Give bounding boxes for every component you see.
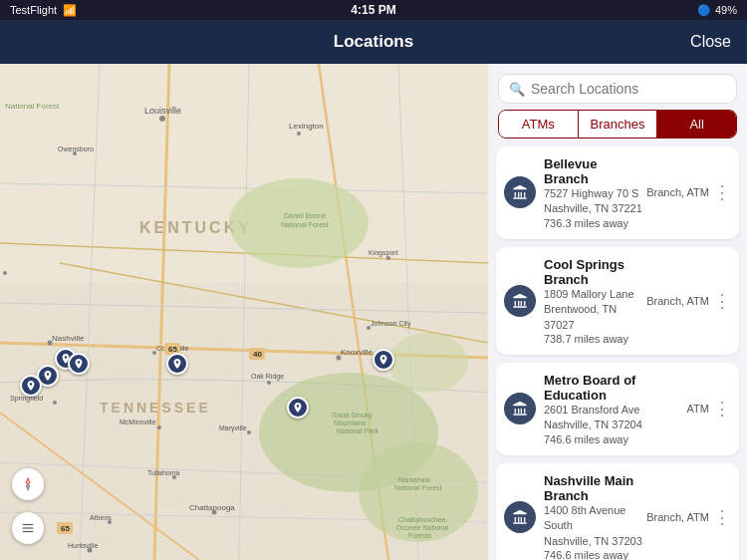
more-options-button[interactable]: ⋮ [713,506,731,528]
svg-text:Owensboro: Owensboro [58,145,94,152]
location-icon [504,501,536,533]
svg-text:Nantahala: Nantahala [398,476,430,483]
battery-level: 49% [715,4,737,16]
svg-text:National Park: National Park [337,427,379,434]
more-options-button[interactable]: ⋮ [713,398,731,420]
more-options-button[interactable]: ⋮ [713,181,731,203]
nav-bar: Locations Close [0,20,747,64]
svg-text:Maryville: Maryville [219,424,247,432]
bluetooth-icon: 🔵 [697,4,711,17]
compass-button[interactable] [12,468,44,500]
status-right: 🔵 49% [697,4,737,17]
loc-distance: 738.7 miles away [544,333,642,345]
svg-point-36 [386,256,390,260]
tab-all[interactable]: All [657,111,736,138]
svg-point-40 [3,271,7,275]
locations-list[interactable]: Bellevue Branch 7527 Highway 70 S Nashvi… [488,146,747,560]
svg-text:National Forest: National Forest [281,221,329,228]
location-info: Metro Board of Education 2601 Bransford … [544,373,683,445]
loc-address: 1809 Mallory Lane [544,287,642,302]
search-input[interactable] [531,81,726,97]
svg-point-26 [157,425,161,429]
svg-point-24 [247,430,251,434]
loc-city: Nashville, TN 37221 [544,201,642,216]
svg-text:40: 40 [253,350,262,359]
svg-text:Johnson City: Johnson City [371,320,411,328]
svg-text:Kingsport: Kingsport [369,249,398,257]
svg-point-10 [297,132,301,136]
loc-distance: 736.3 miles away [544,217,642,229]
loc-distance: 746.6 miles away [544,549,642,560]
svg-point-38 [53,401,57,405]
page-title: Locations [334,32,413,52]
map-pin[interactable] [287,397,309,419]
location-icon [504,176,536,208]
loc-address: 7527 Highway 70 S [544,186,642,201]
list-view-button[interactable] [12,512,44,544]
svg-point-22 [267,381,271,385]
search-icon: 🔍 [509,82,525,97]
location-name: Bellevue Branch [544,156,642,186]
location-card[interactable]: Metro Board of Education 2601 Bransford … [496,363,739,455]
svg-text:Chattanooga: Chattanooga [189,503,235,512]
svg-point-7 [388,333,468,393]
wifi-icon: 📶 [63,4,77,17]
svg-text:Lexington: Lexington [289,122,324,131]
svg-text:Tullahoma: Tullahoma [147,469,180,476]
map-pin[interactable] [166,353,188,375]
location-name: Metro Board of Education [544,373,683,403]
search-input-container[interactable]: 🔍 [498,74,737,104]
svg-text:TENNESSEE: TENNESSEE [100,400,211,416]
filter-tabs: ATMs Branches All [498,110,737,139]
location-type: Branch, ATM [646,511,709,523]
loc-city: Nashville, TN 37203 [544,534,642,549]
main-content: KENTUCKY TENNESSEE [0,64,747,560]
status-bar: TestFlight 📶 4:15 PM 🔵 49% [0,0,747,20]
svg-text:Great Smoky: Great Smoky [332,412,373,420]
svg-point-8 [159,116,165,122]
loc-address: 2601 Bransford Ave [544,403,683,418]
svg-text:National Forest: National Forest [5,102,60,111]
location-type: Branch, ATM [646,186,709,198]
status-left: TestFlight 📶 [10,4,77,17]
location-info: Nashville Main Branch 1400 8th Avenue So… [544,473,642,560]
status-time: 4:15 PM [351,3,395,17]
map-pin[interactable] [68,353,90,375]
location-type: ATM [687,403,709,415]
svg-text:Louisville: Louisville [144,106,181,116]
svg-text:Forests: Forests [408,532,432,539]
location-card[interactable]: Cool Springs Branch 1809 Mallory Lane Br… [496,247,739,355]
right-panel: 🔍 ATMs Branches All Bellevue Branch 7527… [488,64,747,560]
svg-text:Huntsville: Huntsville [68,542,98,549]
close-button[interactable]: Close [690,33,731,51]
location-icon [504,393,536,424]
svg-text:National Forest: National Forest [394,484,442,491]
loc-city: Nashville, TN 37204 [544,418,683,432]
loc-city: Brentwood, TN 37027 [544,302,642,333]
location-type: Branch, ATM [646,295,709,307]
more-options-button[interactable]: ⋮ [713,290,731,312]
tab-branches[interactable]: Branches [579,111,658,138]
svg-text:Daniel Boone: Daniel Boone [284,212,326,219]
location-card[interactable]: Nashville Main Branch 1400 8th Avenue So… [496,463,739,560]
loc-address: 1400 8th Avenue South [544,503,642,534]
svg-text:65: 65 [61,524,70,533]
map-svg: KENTUCKY TENNESSEE [0,64,488,560]
search-bar: 🔍 [488,64,747,110]
location-icon [504,285,536,317]
svg-text:Oconee National: Oconee National [396,524,449,531]
map-area[interactable]: KENTUCKY TENNESSEE [0,64,488,560]
tab-atms[interactable]: ATMs [499,111,579,138]
svg-text:McMinnville: McMinnville [120,419,156,425]
location-info: Bellevue Branch 7527 Highway 70 S Nashvi… [544,156,642,229]
svg-marker-60 [26,478,30,484]
svg-text:Oak Ridge: Oak Ridge [251,373,284,381]
map-pin[interactable] [20,375,42,397]
svg-text:Mountains: Mountains [334,420,367,426]
svg-text:Chattahoochee-: Chattahoochee- [398,516,448,523]
app-name: TestFlight [10,4,57,16]
location-name: Nashville Main Branch [544,473,642,503]
location-card[interactable]: Bellevue Branch 7527 Highway 70 S Nashvi… [496,146,739,239]
svg-text:Nashville: Nashville [52,334,85,343]
map-pin[interactable] [373,349,394,371]
